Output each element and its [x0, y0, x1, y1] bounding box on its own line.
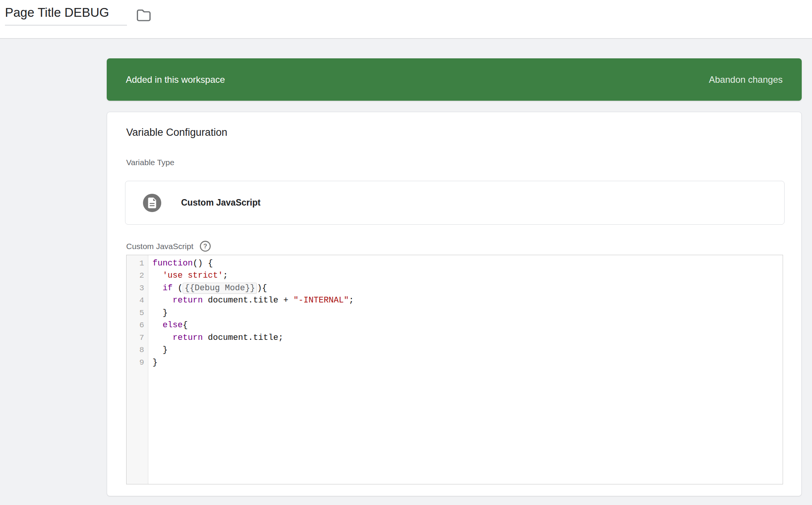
code-text: else{: [148, 320, 188, 330]
code-text: }: [148, 358, 157, 367]
code-segment: return: [173, 296, 203, 305]
code-segment: [152, 283, 162, 293]
folder-icon-glyph: [136, 8, 151, 22]
code-segment: document.title +: [203, 296, 294, 305]
code-segment: if: [162, 283, 172, 293]
code-segment: }: [152, 308, 168, 318]
variable-type-icon-circle: [143, 194, 161, 212]
workspace-banner: Added in this workspace Abandon changes: [107, 58, 802, 101]
banner-message: Added in this workspace: [126, 74, 225, 85]
code-segment: () {: [193, 259, 213, 268]
code-segment: (: [173, 283, 183, 293]
page-header: Page Title DEBUG: [0, 0, 812, 39]
code-segment: ){: [257, 283, 267, 293]
abandon-changes-button[interactable]: Abandon changes: [709, 74, 783, 85]
page-title-field[interactable]: Page Title DEBUG: [5, 5, 127, 26]
code-line[interactable]: 5 }: [127, 307, 783, 319]
code-line[interactable]: 2 'use strict';: [127, 270, 783, 282]
code-line[interactable]: 9}: [127, 356, 783, 369]
help-icon-glyph: ?: [199, 240, 211, 252]
code-line[interactable]: 3 if ({{Debug Mode}}){: [127, 282, 783, 294]
variable-type-selector[interactable]: Custom JavaScript: [125, 181, 785, 225]
code-segment: ;: [349, 296, 354, 305]
code-line[interactable]: 4 return document.title + "-INTERNAL";: [127, 294, 783, 307]
page-title: Page Title DEBUG: [5, 5, 109, 19]
code-segment: }: [152, 345, 168, 355]
code-line[interactable]: 6 else{: [127, 319, 783, 332]
line-number: 7: [127, 333, 148, 342]
code-line[interactable]: 1function() {: [127, 257, 783, 270]
line-number: 5: [127, 309, 148, 317]
folder-icon[interactable]: [136, 8, 151, 22]
code-text: if ({{Debug Mode}}){: [148, 283, 267, 293]
code-segment: else: [162, 320, 183, 330]
code-segment: {: [183, 320, 188, 330]
line-number: 9: [127, 358, 148, 367]
code-text: return document.title;: [148, 333, 283, 343]
code-text: }: [148, 308, 168, 318]
code-text: function() {: [148, 259, 213, 268]
line-number: 1: [127, 259, 148, 268]
code-text: }: [148, 345, 168, 355]
code-segment: "-INTERNAL": [294, 296, 349, 305]
code-lines: 1function() {2 'use strict';3 if ({{Debu…: [127, 255, 783, 369]
line-number: 3: [127, 284, 148, 293]
code-segment: [152, 320, 162, 330]
variable-type-value: Custom JavaScript: [181, 198, 260, 208]
code-segment: return: [173, 333, 203, 343]
line-number: 4: [127, 296, 148, 305]
code-segment: [152, 296, 173, 305]
variable-type-label: Variable Type: [126, 158, 174, 167]
document-icon: [148, 198, 157, 208]
code-text: return document.title + "-INTERNAL";: [148, 296, 354, 305]
code-line[interactable]: 7 return document.title;: [127, 331, 783, 344]
line-number: 6: [127, 321, 148, 330]
code-text: 'use strict';: [148, 271, 228, 280]
svg-text:?: ?: [204, 243, 207, 250]
code-segment: [152, 271, 162, 280]
code-segment: document.title;: [203, 333, 283, 343]
help-icon[interactable]: ?: [199, 240, 211, 252]
code-segment: 'use strict': [162, 271, 223, 280]
code-segment: [152, 333, 173, 343]
code-editor[interactable]: 1function() {2 'use strict';3 if ({{Debu…: [126, 255, 783, 484]
code-segment: ;: [223, 271, 228, 280]
page-body: Added in this workspace Abandon changes …: [0, 39, 812, 505]
code-segment: }: [152, 358, 157, 367]
line-number: 2: [127, 271, 148, 280]
custom-javascript-label: Custom JavaScript: [126, 242, 193, 251]
variable-chip: {{Debug Mode}}: [183, 283, 257, 294]
custom-javascript-row: Custom JavaScript ?: [126, 240, 211, 252]
variable-configuration-card: Variable Configuration Variable Type Cus…: [107, 112, 802, 496]
card-title: Variable Configuration: [126, 127, 227, 138]
code-line[interactable]: 8 }: [127, 344, 783, 357]
line-number: 8: [127, 346, 148, 354]
code-segment: function: [152, 259, 193, 268]
